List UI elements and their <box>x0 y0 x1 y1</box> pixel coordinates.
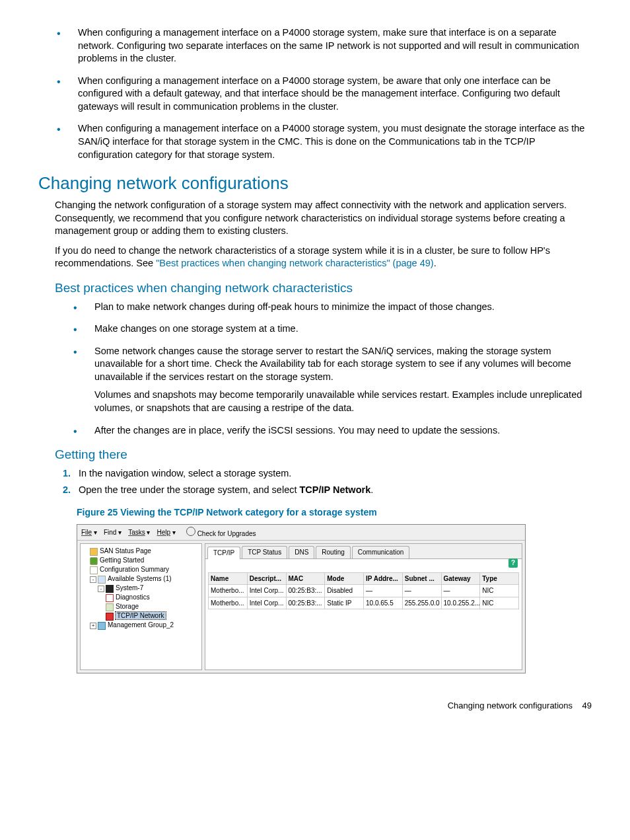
col-type[interactable]: Type <box>480 572 519 585</box>
table-header-row: Name Descript... MAC Mode IP Addre... Su… <box>209 572 519 585</box>
nested-note: Volumes and snapshots may become tempora… <box>94 389 592 414</box>
storage-icon <box>106 603 114 611</box>
col-description[interactable]: Descript... <box>247 572 286 585</box>
arrow-icon <box>90 557 98 565</box>
home-icon <box>90 548 98 556</box>
tree-storage[interactable]: Storage <box>106 602 200 611</box>
intro-bullets: When configuring a management interface … <box>38 26 592 161</box>
menu-find[interactable]: Find ▾ <box>104 528 122 537</box>
collapse-icon[interactable]: - <box>98 586 104 592</box>
step-1: In the navigation window, select a stora… <box>55 467 592 480</box>
bullet-item: When configuring a management interface … <box>38 75 592 114</box>
help-icon[interactable]: ? <box>508 558 518 568</box>
para-intro-1: Changing the network configuration of a … <box>38 199 592 238</box>
tree-tcpip-network[interactable]: TCP/IP Network <box>106 611 200 621</box>
page-footer: Changing network configurations 49 <box>38 700 592 712</box>
mgmt-group-icon <box>98 622 106 630</box>
text: Open the tree under the storage system, … <box>79 484 300 495</box>
menu-file[interactable]: File ▾ <box>81 528 97 537</box>
heading-best-practices: Best practices when changing network cha… <box>38 280 592 297</box>
col-gateway[interactable]: Gateway <box>441 572 480 585</box>
figure-caption: Figure 25 Viewing the TCP/IP Network cat… <box>77 506 592 519</box>
steps-list: In the navigation window, select a stora… <box>38 467 592 497</box>
tab-strip: TCP/IP TCP Status DNS Routing Communicat… <box>205 544 522 559</box>
tree-management-group[interactable]: +Management Group_2 <box>90 621 200 630</box>
nic-table: Name Descript... MAC Mode IP Addre... Su… <box>208 572 519 610</box>
menu-help[interactable]: Help ▾ <box>157 528 175 537</box>
tab-tcp-status[interactable]: TCP Status <box>242 546 287 558</box>
tree-system-7[interactable]: -System-7 Diagnostics Storage TCP/IP Net… <box>98 584 200 621</box>
sigma-icon <box>90 566 98 574</box>
tree-pane: SAN Status Page Getting Started Configur… <box>80 543 202 670</box>
col-mac[interactable]: MAC <box>286 572 325 585</box>
tab-routing[interactable]: Routing <box>316 546 350 558</box>
footer-title: Changing network configurations <box>448 701 573 710</box>
expand-icon[interactable]: + <box>90 623 96 629</box>
step-2: Open the tree under the storage system, … <box>55 484 592 497</box>
detail-pane: TCP/IP TCP Status DNS Routing Communicat… <box>205 543 522 670</box>
tab-communication[interactable]: Communication <box>352 546 409 558</box>
col-subnet[interactable]: Subnet ... <box>402 572 441 585</box>
group-icon <box>98 576 106 584</box>
bullet-item: Plan to make network changes during off-… <box>55 301 592 314</box>
footer-page: 49 <box>582 701 592 710</box>
diagnostics-icon <box>106 594 114 602</box>
col-ip[interactable]: IP Addre... <box>364 572 403 585</box>
tree-san-status[interactable]: SAN Status Page <box>90 547 200 556</box>
bold-tcpip: TCP/IP Network <box>300 484 371 495</box>
tree-available-systems[interactable]: -Available Systems (1) -System-7 Diagnos… <box>90 574 200 621</box>
network-icon <box>106 613 114 621</box>
table-row[interactable]: Motherbo... Intel Corp... 00:25:B3:... D… <box>209 585 519 597</box>
col-name[interactable]: Name <box>209 572 248 585</box>
tab-tcpip[interactable]: TCP/IP <box>207 547 240 559</box>
bullet-item: When configuring a management interface … <box>38 26 592 65</box>
tree-getting-started[interactable]: Getting Started <box>90 556 200 565</box>
menubar: File ▾ Find ▾ Tasks ▾ Help ▾ Check for U… <box>77 525 525 541</box>
text: . <box>370 484 373 495</box>
bullet-item: Make changes on one storage system at a … <box>55 323 592 336</box>
tree-config-summary[interactable]: Configuration Summary <box>90 565 200 574</box>
figure-window: File ▾ Find ▾ Tasks ▾ Help ▾ Check for U… <box>77 524 526 674</box>
menu-upgrades[interactable]: Check for Upgrades <box>182 527 256 539</box>
best-practices-list: Plan to make network changes during off-… <box>38 301 592 438</box>
heading-getting-there: Getting there <box>38 446 592 463</box>
menu-tasks[interactable]: Tasks ▾ <box>128 528 150 537</box>
tree-diagnostics[interactable]: Diagnostics <box>106 593 200 602</box>
bullet-item: When configuring a management interface … <box>38 122 592 161</box>
table-row[interactable]: Motherbo... Intel Corp... 00:25:B3:... S… <box>209 597 519 609</box>
heading-changing-network: Changing network configurations <box>38 172 592 195</box>
tab-dns[interactable]: DNS <box>289 546 314 558</box>
text: . <box>434 258 437 268</box>
update-icon <box>186 527 195 536</box>
col-mode[interactable]: Mode <box>325 572 364 585</box>
collapse-icon[interactable]: - <box>90 576 96 583</box>
bullet-item: Some network changes cause the storage s… <box>55 345 592 415</box>
bullet-item: After the changes are in place, verify t… <box>55 424 592 438</box>
text: Some network changes cause the storage s… <box>94 346 571 382</box>
para-intro-2: If you do need to change the network cha… <box>38 245 592 270</box>
link-best-practices[interactable]: "Best practices when changing network ch… <box>156 258 434 268</box>
system-icon <box>106 585 114 593</box>
